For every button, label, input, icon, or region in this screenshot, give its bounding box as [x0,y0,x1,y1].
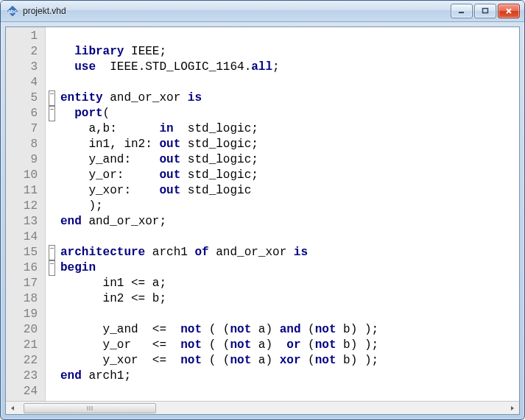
fold-column[interactable] [46,27,57,401]
fold-cell [46,152,57,168]
line-number: 12 [10,199,38,214]
line-number: 11 [10,183,38,199]
fold-toggle-icon[interactable] [49,106,55,121]
code-line[interactable]: entity and_or_xor is [60,90,516,106]
svg-rect-2 [483,9,488,13]
fold-cell[interactable] [46,245,57,260]
line-number: 10 [10,168,38,183]
code-line[interactable] [60,307,516,322]
line-number: 14 [10,229,38,245]
code-line[interactable]: end and_or_xor; [60,214,516,229]
code-line[interactable]: port( [60,106,516,121]
fold-cell [46,199,57,214]
line-number: 16 [10,260,38,276]
code-line[interactable]: end arch1; [60,369,516,384]
line-number: 21 [10,338,38,353]
line-number-gutter: 123456789101112131415161718192021222324 [6,27,46,401]
code-line[interactable]: y_and <= not ( (not a) and (not b) ); [60,322,516,338]
maximize-button[interactable] [474,4,496,18]
fold-cell [46,168,57,183]
fold-cell [46,183,57,199]
code-content[interactable]: library IEEE; use IEEE.STD_LOGIC_1164.al… [57,27,519,401]
line-number: 24 [10,384,38,399]
line-number: 2 [10,44,38,60]
fold-toggle-icon[interactable] [49,260,55,276]
fold-cell [46,338,57,353]
line-number: 8 [10,137,38,152]
window-controls [451,4,520,18]
fold-cell [46,75,57,90]
scroll-right-arrow[interactable] [506,402,519,414]
fold-cell [46,44,57,60]
fold-cell [46,369,57,384]
line-number: 17 [10,276,38,291]
line-number: 18 [10,291,38,307]
code-line[interactable]: y_and: out std_logic; [60,152,516,168]
app-icon: abc [7,5,18,17]
line-number: 9 [10,152,38,168]
code-line[interactable]: in1 <= a; [60,276,516,291]
fold-cell[interactable] [46,260,57,276]
line-number: 4 [10,75,38,90]
fold-cell [46,60,57,75]
code-line[interactable] [60,384,516,399]
code-line[interactable]: in2 <= b; [60,291,516,307]
fold-cell [46,214,57,229]
code-line[interactable]: a,b: in std_logic; [60,121,516,137]
scroll-thumb[interactable] [24,403,156,413]
code-line[interactable]: use IEEE.STD_LOGIC_1164.all; [60,60,516,75]
fold-cell [46,291,57,307]
fold-cell[interactable] [46,106,57,121]
line-number: 1 [10,29,38,44]
fold-cell [46,29,57,44]
scroll-track[interactable] [19,402,506,414]
code-line[interactable]: ); [60,199,516,214]
line-number: 3 [10,60,38,75]
editor-panel: 123456789101112131415161718192021222324 … [5,26,520,415]
code-line[interactable]: architecture arch1 of and_or_xor is [60,245,516,260]
code-line[interactable] [60,29,516,44]
code-line[interactable]: y_xor: out std_logic [60,183,516,199]
fold-cell [46,121,57,137]
svg-marker-3 [11,406,14,410]
fold-cell [46,384,57,399]
fold-cell [46,137,57,152]
fold-cell [46,353,57,369]
fold-cell [46,229,57,245]
line-number: 22 [10,353,38,369]
line-number: 15 [10,245,38,260]
minimize-button[interactable] [451,4,473,18]
window-frame: abc projekt.vhd 123456789101112131415161… [0,0,525,420]
fold-cell [46,307,57,322]
fold-cell [46,322,57,338]
horizontal-scrollbar[interactable] [6,401,519,414]
code-line[interactable]: library IEEE; [60,44,516,60]
scroll-left-arrow[interactable] [6,402,19,414]
fold-toggle-icon[interactable] [49,245,55,260]
fold-toggle-icon[interactable] [49,90,55,106]
svg-marker-4 [511,406,514,410]
line-number: 13 [10,214,38,229]
code-line[interactable] [60,75,516,90]
window-title: projekt.vhd [23,6,451,16]
line-number: 5 [10,90,38,106]
line-number: 6 [10,106,38,121]
code-line[interactable] [60,229,516,245]
svg-text:abc: abc [8,9,17,14]
code-editor[interactable]: 123456789101112131415161718192021222324 … [6,27,519,401]
code-line[interactable]: in1, in2: out std_logic; [60,137,516,152]
line-number: 7 [10,121,38,137]
fold-cell[interactable] [46,90,57,106]
fold-cell [46,276,57,291]
close-button[interactable] [498,4,520,18]
line-number: 20 [10,322,38,338]
code-line[interactable]: y_xor <= not ( (not a) xor (not b) ); [60,353,516,369]
line-number: 23 [10,369,38,384]
code-line[interactable]: y_or: out std_logic; [60,168,516,183]
code-line[interactable]: y_or <= not ( (not a) or (not b) ); [60,338,516,353]
code-line[interactable]: begin [60,260,516,276]
line-number: 19 [10,307,38,322]
titlebar[interactable]: abc projekt.vhd [1,1,524,22]
